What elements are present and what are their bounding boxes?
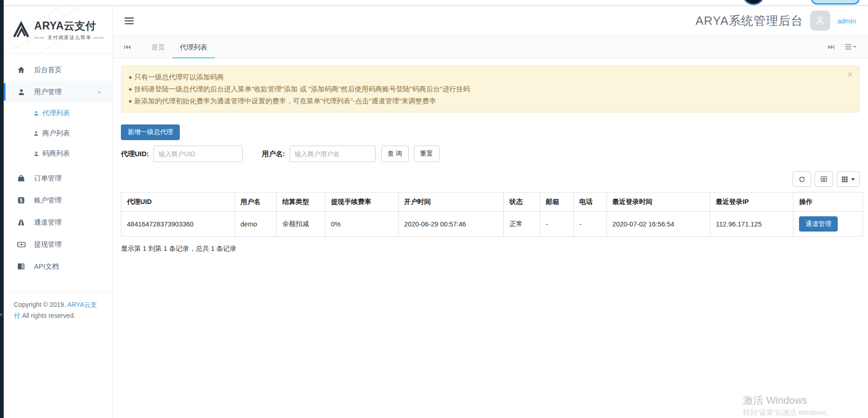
brand-name: ARYA云支付 (34, 19, 105, 33)
columns-button[interactable] (837, 171, 860, 187)
active-menu-bar (4, 83, 6, 101)
banknote-icon (17, 241, 26, 249)
column-header: 操作 (794, 192, 863, 212)
brand-logo-mark-icon (11, 21, 31, 39)
agent-uid-input[interactable] (154, 146, 243, 162)
sidebar-item-channel-management[interactable]: 通道管理 (4, 211, 112, 233)
layout-menu-icon[interactable] (845, 44, 857, 50)
sidebar-item-label: 订单管理 (34, 174, 62, 183)
fast-forward-icon[interactable] (828, 44, 835, 50)
home-icon (17, 66, 26, 74)
sidebar-item-withdraw-management[interactable]: 提现管理 (4, 233, 112, 255)
sidebar-item-order-management[interactable]: 订单管理 (4, 167, 112, 189)
browser-artifact-pill (811, 0, 860, 5)
windows-activation-line2: 转到"设置"以激活 Windows。 (743, 408, 833, 417)
dollar-icon: $ (17, 196, 26, 204)
windows-activation-watermark: 激活 Windows 转到"设置"以激活 Windows。 (743, 394, 833, 417)
windows-activation-line1: 激活 Windows (743, 394, 833, 407)
reset-button[interactable]: 重置 (414, 146, 440, 162)
username-input[interactable] (290, 146, 376, 162)
agent-uid-label: 代理UID: (121, 150, 149, 158)
top-header: ARYA系统管理后台 admin (113, 6, 868, 35)
sidebar-item-codeshop-list[interactable]: 码商列表 (4, 143, 112, 164)
sidebar-item-label: 代理列表 (42, 109, 70, 118)
main-column: ARYA系统管理后台 admin 首页 代理列表 (113, 6, 868, 418)
sidebar-item-label: 提现管理 (34, 240, 62, 249)
column-header: 电话 (574, 192, 607, 212)
table-row: 484164728373903360 demo 余额扣减 0% 2020-06-… (121, 212, 863, 237)
cell-withdraw-fee: 0% (326, 212, 399, 237)
fast-backward-icon[interactable] (124, 44, 131, 50)
hamburger-icon[interactable] (125, 17, 135, 25)
sidebar-item-merchant-list[interactable]: 商户列表 (4, 123, 112, 143)
top-browser-sliver (4, 0, 868, 6)
tab-agent-list[interactable]: 代理列表 (172, 36, 215, 58)
tab-bar: 首页 代理列表 (113, 35, 868, 58)
alert-line: 挂码请登陆一级总代理的后台进入菜单"收款管理"添加 或 "添加码商"然后使用码商… (129, 83, 839, 95)
column-header: 状态 (504, 192, 540, 212)
sidebar-item-label: 通道管理 (34, 218, 62, 227)
sidebar-item-label: 用户管理 (34, 88, 62, 96)
app-root: WWW.LOGO WWW.LOGO WWW.LOGO WWW.LOGO WWW.… (4, 6, 868, 418)
chevron-left-icon: ‹ (0, 311, 2, 317)
username-label: 用户名: (262, 150, 285, 158)
sidebar-item-agent-list[interactable]: 代理列表 (4, 103, 112, 123)
tab-home[interactable]: 首页 (144, 36, 172, 58)
close-icon[interactable]: × (847, 70, 853, 79)
content-area: 只有一级总代理可以添加码商 挂码请登陆一级总代理的后台进入菜单"收款管理"添加 … (113, 58, 868, 418)
bag-icon (17, 174, 26, 182)
channel-manage-button[interactable]: 通道管理 (799, 216, 838, 232)
column-header: 最近登录时间 (607, 192, 710, 212)
admin-username-link[interactable]: admin (837, 17, 856, 25)
column-header: 提现手续费率 (326, 192, 399, 212)
chevron-down-icon (851, 178, 855, 181)
sidebar-item-dashboard[interactable]: 后台首页 (4, 59, 112, 81)
table-toolbar (121, 171, 860, 187)
column-header: 最近登录IP (710, 192, 794, 212)
add-top-agent-button[interactable]: 新增一级总代理 (121, 124, 180, 140)
column-header: 用户名 (235, 192, 277, 212)
cell-last-login-time: 2020-07-02 16:56:54 (607, 212, 710, 237)
road-icon (17, 218, 26, 226)
cell-username: demo (235, 212, 277, 237)
toggle-view-icon (820, 175, 828, 183)
copyright-text: All rights reserved. (20, 312, 75, 319)
person-icon (32, 151, 40, 157)
refresh-button[interactable] (793, 171, 811, 187)
cell-email: - (540, 212, 574, 237)
sidebar-item-account-management[interactable]: $ 账户管理 (4, 189, 112, 211)
column-header: 代理UID (121, 192, 235, 212)
sidebar-item-user-management[interactable]: 用户管理 (4, 81, 112, 103)
cell-agent-uid: 484164728373903360 (121, 212, 235, 237)
brand-tagline: —— 支付就是这么简单 —— (34, 34, 105, 41)
filter-row: 代理UID: 用户名: 查 询 重置 (121, 146, 860, 162)
add-agent-row: 新增一级总代理 (121, 124, 860, 140)
sidebar-item-label: 码商列表 (42, 149, 70, 158)
left-dark-rail: ‹ (0, 0, 4, 418)
pagination-summary: 显示第 1 到第 1 条记录，总共 1 条记录 (121, 244, 860, 253)
avatar[interactable] (810, 11, 830, 31)
agents-table: 代理UID 用户名 结算类型 提现手续费率 开户时间 状态 邮箱 电话 最近登录… (121, 192, 863, 237)
column-header: 结算类型 (277, 192, 326, 212)
alert-line: 新添加的代理初始化费率为通道管理中设置的费率，可在菜单"代理列表"-点击"通道管… (129, 95, 839, 107)
sidebar-item-api-docs[interactable]: API文档 (4, 255, 112, 277)
refresh-icon (799, 176, 805, 183)
cell-open-time: 2020-06-29 00:57:46 (399, 212, 504, 237)
logo-block: WWW.LOGO WWW.LOGO WWW.LOGO WWW.LOGO WWW.… (4, 6, 112, 54)
alert-line: 只有一级总代理可以添加码商 (129, 71, 839, 83)
cell-phone: - (574, 212, 607, 237)
copyright-text: Copyright © 2019. (14, 301, 67, 308)
warning-alert: 只有一级总代理可以添加码商 挂码请登陆一级总代理的后台进入菜单"收款管理"添加 … (121, 66, 860, 113)
user-icon (17, 88, 26, 96)
chevron-down-icon (97, 90, 102, 95)
sidebar-item-label: 商户列表 (42, 129, 70, 138)
cell-settle-type: 余额扣减 (277, 212, 326, 237)
svg-text:$: $ (20, 198, 23, 203)
column-header: 开户时间 (399, 192, 504, 212)
toggle-view-button[interactable] (815, 171, 833, 187)
column-header: 邮箱 (540, 192, 574, 212)
search-button[interactable]: 查 询 (381, 146, 409, 162)
sidebar-item-label: 账户管理 (34, 196, 62, 205)
columns-grid-icon (841, 176, 848, 183)
sidebar-item-label: API文档 (34, 262, 59, 271)
